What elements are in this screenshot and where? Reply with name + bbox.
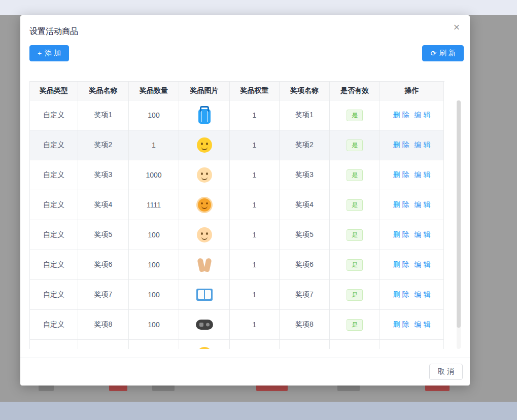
delete-link[interactable]: 删 除 bbox=[393, 290, 409, 299]
delete-link[interactable]: 删 除 bbox=[393, 141, 409, 150]
table-row: 自定义 奖项8 100 1 奖项8 是 删 除 编 辑 bbox=[30, 310, 444, 340]
refresh-icon: ⟳ bbox=[430, 50, 436, 57]
prize-weight-cell: 1 bbox=[230, 100, 280, 130]
valid-badge: 是 bbox=[347, 199, 363, 211]
prize-type-cell bbox=[30, 340, 78, 349]
award-name-cell bbox=[280, 340, 330, 349]
valid-badge: 是 bbox=[347, 169, 363, 181]
prize-name-cell: 奖项6 bbox=[78, 250, 129, 280]
delete-link[interactable]: 删 除 bbox=[393, 200, 409, 209]
smiley-face-icon bbox=[196, 136, 213, 154]
prize-name-cell bbox=[78, 340, 129, 349]
prize-image-cell bbox=[179, 160, 230, 190]
table-scrollbar-thumb[interactable] bbox=[457, 100, 461, 328]
award-name-cell: 奖项2 bbox=[280, 130, 330, 160]
game-controller-icon bbox=[196, 316, 213, 333]
prize-type-cell: 自定义 bbox=[30, 280, 78, 310]
prizes-table-grid: 奖品类型奖品名称奖品数量奖品图片奖品权重奖项名称是否有效操作 自定义 奖项1 1… bbox=[29, 81, 444, 349]
prize-image-cell bbox=[179, 280, 230, 310]
delete-link[interactable]: 删 除 bbox=[393, 260, 409, 269]
column-header: 奖项名称 bbox=[280, 82, 330, 100]
dialog-footer: 取 消 bbox=[20, 358, 470, 386]
column-header: 奖品类型 bbox=[30, 82, 78, 100]
table-row: 自定义 奖项3 1000 1 奖项3 是 删 除 编 辑 bbox=[30, 160, 444, 190]
prize-type-cell: 自定义 bbox=[30, 250, 78, 280]
close-icon[interactable]: × bbox=[450, 20, 464, 34]
table-body: 自定义 奖项1 100 1 奖项1 是 删 除 编 辑 自定义 奖项2 1 1 … bbox=[30, 100, 444, 349]
valid-cell: 是 bbox=[330, 130, 380, 160]
edit-link[interactable]: 编 辑 bbox=[415, 170, 431, 180]
award-name-cell: 奖项8 bbox=[280, 310, 330, 340]
award-name-cell: 奖项1 bbox=[280, 100, 330, 130]
prize-name-cell: 奖项8 bbox=[78, 310, 129, 340]
edit-link[interactable]: 编 辑 bbox=[415, 141, 431, 150]
prize-quantity-cell: 1 bbox=[129, 130, 179, 160]
valid-cell: 是 bbox=[330, 310, 380, 340]
prize-quantity-cell: 1000 bbox=[129, 160, 179, 190]
table-row: 自定义 奖项6 100 1 奖项6 是 删 除 编 辑 bbox=[30, 250, 444, 280]
set-activity-products-dialog: 设置活动商品 × + 添 加 ⟳ 刷 新 奖品类型奖品名称奖品数量奖品图片奖品权… bbox=[20, 15, 470, 386]
prize-quantity-cell: 100 bbox=[129, 310, 179, 340]
prize-quantity-cell: 100 bbox=[129, 100, 179, 130]
edit-link[interactable]: 编 辑 bbox=[415, 111, 431, 120]
delete-link[interactable]: 删 除 bbox=[393, 320, 409, 329]
table-row: 自定义 奖项4 1111 1 奖项4 是 删 除 编 辑 bbox=[30, 190, 444, 220]
valid-cell: 是 bbox=[330, 250, 380, 280]
actions-cell: 删 除 编 辑 bbox=[380, 100, 444, 130]
valid-cell: 是 bbox=[330, 280, 380, 310]
prize-type-cell: 自定义 bbox=[30, 190, 78, 220]
edit-link[interactable]: 编 辑 bbox=[415, 200, 431, 209]
edit-link[interactable]: 编 辑 bbox=[415, 230, 431, 239]
prize-quantity-cell: 100 bbox=[129, 280, 179, 310]
edit-link[interactable]: 编 辑 bbox=[415, 290, 431, 299]
add-button[interactable]: + 添 加 bbox=[29, 45, 69, 61]
refresh-button-label: 刷 新 bbox=[439, 49, 456, 58]
prize-image-cell bbox=[179, 250, 230, 280]
prize-name-cell: 奖项7 bbox=[78, 280, 129, 310]
prize-weight-cell: 1 bbox=[230, 160, 280, 190]
dog-face-icon bbox=[196, 166, 213, 184]
award-name-cell: 奖项5 bbox=[280, 220, 330, 250]
refresh-button[interactable]: ⟳ 刷 新 bbox=[422, 45, 464, 61]
prize-weight-cell: 1 bbox=[230, 190, 280, 220]
prize-name-cell: 奖项5 bbox=[78, 220, 129, 250]
prize-image-cell bbox=[179, 310, 230, 340]
prize-quantity-cell: 100 bbox=[129, 250, 179, 280]
valid-badge: 是 bbox=[347, 229, 363, 241]
prizes-table: 奖品类型奖品名称奖品数量奖品图片奖品权重奖项名称是否有效操作 自定义 奖项1 1… bbox=[29, 81, 461, 349]
prize-quantity-cell: 1111 bbox=[129, 190, 179, 220]
column-header: 操作 bbox=[380, 82, 444, 100]
table-row: 自定义 奖项1 100 1 奖项1 是 删 除 编 辑 bbox=[30, 100, 444, 130]
table-row: 自定义 奖项2 1 1 奖项2 是 删 除 编 辑 bbox=[30, 130, 444, 160]
prize-type-cell: 自定义 bbox=[30, 130, 78, 160]
cancel-button[interactable]: 取 消 bbox=[429, 364, 463, 380]
delete-link[interactable]: 删 除 bbox=[393, 111, 409, 120]
edit-link[interactable]: 编 辑 bbox=[415, 320, 431, 329]
award-name-cell: 奖项3 bbox=[280, 160, 330, 190]
prize-type-cell: 自定义 bbox=[30, 220, 78, 250]
prize-weight-cell bbox=[230, 340, 280, 349]
prize-quantity-cell bbox=[129, 340, 179, 349]
edit-link[interactable]: 编 辑 bbox=[415, 260, 431, 269]
prize-weight-cell: 1 bbox=[230, 310, 280, 340]
actions-cell: 删 除 编 辑 bbox=[380, 190, 444, 220]
prize-weight-cell: 1 bbox=[230, 220, 280, 250]
valid-badge: 是 bbox=[347, 110, 363, 121]
column-header: 奖品图片 bbox=[179, 82, 230, 100]
dialog-title: 设置活动商品 bbox=[29, 26, 78, 37]
screen: 设置活动商品 × + 添 加 ⟳ 刷 新 奖品类型奖品名称奖品数量奖品图片奖品权… bbox=[0, 0, 517, 420]
award-name-cell: 奖项7 bbox=[280, 280, 330, 310]
award-name-cell: 奖项6 bbox=[280, 250, 330, 280]
prize-name-cell: 奖项4 bbox=[78, 190, 129, 220]
delete-link[interactable]: 删 除 bbox=[393, 170, 409, 180]
sun-face-icon bbox=[196, 196, 213, 214]
add-button-label: 添 加 bbox=[45, 49, 61, 58]
table-scrollbar-track[interactable] bbox=[457, 100, 461, 349]
delete-link[interactable]: 删 除 bbox=[393, 230, 409, 239]
table-row: 自定义 奖项7 100 1 奖项7 是 删 除 编 辑 bbox=[30, 280, 444, 310]
cat-face-icon bbox=[196, 226, 213, 243]
prize-name-cell: 奖项3 bbox=[78, 160, 129, 190]
valid-badge: 是 bbox=[347, 319, 363, 331]
prize-image-cell bbox=[179, 130, 230, 160]
column-header: 奖品名称 bbox=[78, 82, 129, 100]
